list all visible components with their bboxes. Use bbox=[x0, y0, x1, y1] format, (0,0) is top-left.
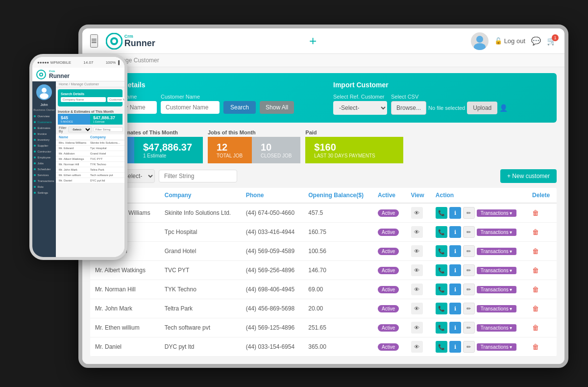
phone-nav-label: Employee bbox=[37, 156, 50, 159]
browse-button[interactable]: Browse... bbox=[391, 101, 426, 115]
cell-delete: 🗑 bbox=[527, 280, 557, 299]
add-button[interactable]: + bbox=[309, 33, 317, 49]
phone-action-icon[interactable]: 📞 bbox=[436, 322, 447, 334]
phone-nav-item[interactable]: Jobs bbox=[32, 160, 56, 166]
phone-action-icon[interactable]: 📞 bbox=[436, 264, 447, 276]
delete-icon[interactable]: 🗑 bbox=[532, 266, 539, 274]
edit-action-icon[interactable]: ✏ bbox=[463, 226, 475, 238]
show-all-button[interactable]: Show All bbox=[260, 101, 294, 114]
transactions-button[interactable]: Transactions ▾ bbox=[477, 343, 516, 351]
svg-point-3 bbox=[476, 36, 483, 43]
logout-button[interactable]: 🔓 Log out bbox=[494, 37, 525, 45]
view-eye-icon[interactable]: 👁 bbox=[411, 226, 423, 238]
phone-nav-item[interactable]: Scheduler bbox=[32, 166, 56, 172]
transactions-button[interactable]: Transactions ▾ bbox=[477, 286, 516, 293]
transactions-button[interactable]: Transactions ▾ bbox=[477, 267, 516, 274]
phone-nav-dot bbox=[34, 151, 36, 153]
phone-nav-item[interactable]: Inventory bbox=[32, 137, 56, 143]
cell-company: Tech software pvt bbox=[160, 318, 241, 337]
info-action-icon[interactable]: ℹ bbox=[449, 226, 461, 238]
delete-icon[interactable]: 🗑 bbox=[532, 305, 539, 312]
ref-customer-select[interactable]: -Select- bbox=[333, 101, 387, 115]
info-action-icon[interactable]: ℹ bbox=[449, 264, 461, 276]
info-action-icon[interactable]: ℹ bbox=[449, 341, 461, 353]
info-action-icon[interactable]: ℹ bbox=[449, 207, 461, 219]
phone-nav-item[interactable]: Customers bbox=[32, 119, 56, 125]
customer-name-input[interactable] bbox=[161, 101, 220, 114]
phone-action-icon[interactable]: 📞 bbox=[436, 284, 447, 295]
edit-action-icon[interactable]: ✏ bbox=[463, 303, 475, 314]
phone-nav-item[interactable]: Invoice bbox=[32, 131, 56, 137]
transactions-button[interactable]: Transactions ▾ bbox=[477, 229, 516, 236]
phone-logo-bar: Crm Runner bbox=[32, 68, 124, 81]
delete-icon[interactable]: 🗑 bbox=[532, 247, 539, 255]
total-jobs-value: 12 bbox=[217, 142, 243, 153]
delete-icon[interactable]: 🗑 bbox=[532, 285, 539, 293]
cell-balance: 160.75 bbox=[303, 223, 373, 242]
edit-action-icon[interactable]: ✏ bbox=[463, 245, 475, 257]
phone-action-icon[interactable]: 📞 bbox=[436, 245, 447, 257]
search-button[interactable]: Search bbox=[223, 101, 256, 114]
phone-nav-item[interactable]: Contructor bbox=[32, 149, 56, 155]
info-action-icon[interactable]: ℹ bbox=[449, 322, 461, 334]
cell-view: 👁 bbox=[406, 337, 431, 357]
active-badge: Active bbox=[378, 229, 399, 236]
edit-action-icon[interactable]: ✏ bbox=[463, 207, 475, 219]
delete-icon[interactable]: 🗑 bbox=[532, 228, 539, 236]
user-avatar bbox=[471, 32, 489, 50]
edit-action-icon[interactable]: ✏ bbox=[463, 322, 475, 334]
phone-action-icon[interactable]: 📞 bbox=[436, 303, 447, 314]
csv-label: Select CSV bbox=[391, 94, 508, 100]
phone-nav-item[interactable]: Services bbox=[32, 172, 56, 178]
phone-customer-input[interactable] bbox=[107, 97, 124, 102]
cell-company: Grand Hotel bbox=[160, 242, 241, 261]
view-eye-icon[interactable]: 👁 bbox=[411, 322, 423, 334]
view-eye-icon[interactable]: 👁 bbox=[411, 303, 423, 314]
transactions-button[interactable]: Transactions ▾ bbox=[477, 324, 516, 332]
phone-filter-select[interactable]: -Select- bbox=[68, 127, 92, 132]
view-eye-icon[interactable]: 👁 bbox=[411, 341, 423, 353]
info-action-icon[interactable]: ℹ bbox=[449, 284, 461, 295]
phone-nav-item[interactable]: Settings bbox=[32, 190, 56, 196]
phone-nav-item[interactable]: Estimates bbox=[32, 125, 56, 131]
filter-string-input[interactable] bbox=[159, 170, 237, 182]
info-action-icon[interactable]: ℹ bbox=[449, 303, 461, 314]
view-eye-icon[interactable]: 👁 bbox=[411, 264, 423, 276]
phone-nav-dot bbox=[34, 139, 36, 141]
phone-nav-item[interactable]: Role bbox=[32, 184, 56, 190]
delete-icon[interactable]: 🗑 bbox=[532, 209, 539, 217]
delete-icon[interactable]: 🗑 bbox=[532, 324, 539, 332]
transactions-button[interactable]: Transactions ▾ bbox=[477, 209, 516, 217]
phone-nav-item[interactable]: Supplier bbox=[32, 143, 56, 149]
phone-nav-item[interactable]: Transactions bbox=[32, 178, 56, 184]
view-eye-icon[interactable]: 👁 bbox=[411, 284, 423, 295]
phone-action-icon[interactable]: 📞 bbox=[436, 341, 447, 353]
transactions-button[interactable]: Transactions ▾ bbox=[477, 305, 516, 312]
phone-nav-dot bbox=[34, 168, 36, 170]
hamburger-button[interactable]: ≡ bbox=[90, 34, 98, 48]
phone-action-icon[interactable]: 📞 bbox=[436, 226, 447, 238]
phone-company-input[interactable] bbox=[61, 97, 106, 102]
phone-estimate-card: $47,886.37 1 Estimate bbox=[90, 114, 122, 125]
edit-action-icon[interactable]: ✏ bbox=[463, 341, 475, 353]
customer-name-group: Customer Name bbox=[161, 94, 220, 114]
phone-row-6: Mr. John Mark Teltra Park bbox=[56, 167, 124, 173]
transactions-button[interactable]: Transactions ▾ bbox=[477, 248, 516, 255]
cell-active: Active bbox=[373, 337, 406, 357]
cell-view: 👁 bbox=[406, 299, 431, 318]
chat-icon[interactable]: 💬 bbox=[531, 36, 541, 46]
phone-action-icon[interactable]: 📞 bbox=[436, 207, 447, 219]
cell-view: 👁 bbox=[406, 242, 431, 261]
delete-icon[interactable]: 🗑 bbox=[532, 343, 539, 351]
info-action-icon[interactable]: ℹ bbox=[449, 245, 461, 257]
view-eye-icon[interactable]: 👁 bbox=[411, 207, 423, 219]
view-eye-icon[interactable]: 👁 bbox=[411, 245, 423, 257]
phone-nav-item[interactable]: Overview bbox=[32, 113, 56, 119]
edit-action-icon[interactable]: ✏ bbox=[463, 284, 475, 295]
edit-action-icon[interactable]: ✏ bbox=[463, 264, 475, 276]
phone-nav-item[interactable]: Employee bbox=[32, 155, 56, 160]
phone-filter-input[interactable] bbox=[94, 127, 123, 132]
upload-button[interactable]: Upload bbox=[467, 102, 497, 114]
cart-icon[interactable]: 🛒 1 bbox=[547, 36, 557, 46]
new-customer-button[interactable]: + New customer bbox=[500, 169, 557, 183]
